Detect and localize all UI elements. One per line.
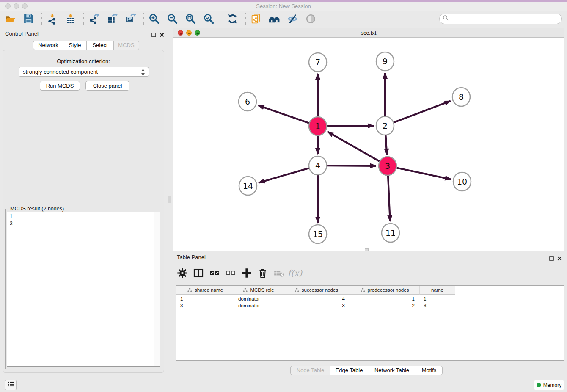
- zoom-selected-button[interactable]: [203, 13, 215, 25]
- table-panel-float-icon[interactable]: [549, 255, 554, 262]
- criterion-select[interactable]: strongly connected component: [19, 67, 149, 77]
- duplicate-network-button[interactable]: [250, 13, 262, 25]
- search-input[interactable]: [449, 16, 555, 22]
- table-cell[interactable]: 1: [350, 295, 420, 302]
- save-session-button[interactable]: [22, 13, 35, 25]
- deselect-all-button[interactable]: [224, 267, 237, 279]
- zoom-selected-icon: [203, 13, 215, 25]
- graph-node-3[interactable]: 3: [379, 157, 396, 175]
- edge-4-14[interactable]: [259, 168, 309, 182]
- node-label: 15: [313, 229, 323, 239]
- column-header-predecessor-nodes[interactable]: predecessor nodes: [350, 286, 420, 295]
- tab-select[interactable]: Select: [87, 41, 114, 50]
- edge-1-2[interactable]: [327, 126, 374, 126]
- network-canvas[interactable]: 1234678910111415: [173, 38, 564, 251]
- task-history-button[interactable]: [5, 380, 17, 390]
- table-cell[interactable]: 1: [420, 295, 455, 302]
- close-panel-button[interactable]: Close panel: [85, 81, 129, 91]
- column-header-name[interactable]: name: [420, 286, 455, 295]
- export-table-button[interactable]: [106, 13, 118, 25]
- home-button[interactable]: [268, 13, 281, 25]
- tab-node-table[interactable]: Node Table: [290, 366, 330, 375]
- import-table-button[interactable]: [64, 13, 77, 25]
- table-cell[interactable]: 2: [350, 302, 420, 309]
- function-builder-button: f(x): [289, 267, 301, 279]
- close-window-icon[interactable]: [5, 3, 11, 9]
- add-column-icon: [241, 268, 252, 279]
- tab-network[interactable]: Network: [33, 41, 63, 50]
- tab-style[interactable]: Style: [63, 41, 87, 50]
- graph-node-10[interactable]: 10: [453, 172, 471, 191]
- edge-3-10[interactable]: [397, 168, 451, 179]
- graph-node-15[interactable]: 15: [309, 225, 327, 243]
- zoom-fit-button[interactable]: [184, 13, 197, 25]
- mcds-result-text[interactable]: 1 3: [7, 212, 160, 367]
- column-header-shared-name[interactable]: shared name: [176, 286, 234, 295]
- graph-node-1[interactable]: 1: [309, 117, 327, 135]
- node-table: shared nameMCDS rolesuccessor nodesprede…: [176, 285, 564, 361]
- run-mcds-button[interactable]: Run MCDS: [40, 81, 80, 91]
- zoom-in-button[interactable]: [148, 13, 160, 25]
- network-zoom-icon[interactable]: [195, 30, 200, 36]
- network-minimize-icon[interactable]: [186, 30, 192, 36]
- table-cell[interactable]: 3: [176, 302, 234, 309]
- minimize-window-icon[interactable]: [14, 3, 19, 9]
- tab-motifs[interactable]: Motifs: [416, 366, 443, 375]
- search-box[interactable]: [439, 14, 562, 24]
- panel-divider-grip[interactable]: [168, 196, 171, 203]
- table-settings-button[interactable]: [176, 267, 189, 279]
- show-eye-button[interactable]: [305, 13, 317, 25]
- graph-node-4[interactable]: 4: [309, 156, 327, 175]
- table-panel-close-icon[interactable]: [557, 255, 562, 262]
- open-session-button[interactable]: [4, 13, 17, 25]
- split-view-button[interactable]: [192, 267, 205, 279]
- tab-network-table[interactable]: Network Table: [368, 366, 416, 375]
- table-cell[interactable]: 1: [176, 295, 234, 302]
- import-network-button[interactable]: [46, 13, 58, 25]
- maximize-window-icon[interactable]: [22, 3, 28, 9]
- column-tree-icon: [243, 288, 248, 293]
- edge-1-6[interactable]: [258, 105, 309, 123]
- result-scrollbar[interactable]: [154, 212, 160, 366]
- table-cell[interactable]: 3: [283, 302, 350, 309]
- edge-3-11[interactable]: [388, 175, 390, 221]
- edge-2-3[interactable]: [385, 135, 387, 155]
- export-network-button[interactable]: [88, 13, 100, 25]
- edge-4-3[interactable]: [327, 166, 376, 166]
- zoom-out-button[interactable]: [166, 13, 179, 25]
- graph-node-9[interactable]: 9: [376, 52, 394, 71]
- add-column-button[interactable]: [240, 267, 253, 279]
- table-cell[interactable]: 3: [420, 302, 455, 309]
- graph-node-14[interactable]: 14: [239, 177, 257, 195]
- edge-2-8[interactable]: [394, 101, 451, 123]
- table-cell[interactable]: 4: [283, 295, 350, 302]
- tab-mcds[interactable]: MCDS: [114, 41, 139, 50]
- column-header-MCDS-role[interactable]: MCDS role: [234, 286, 283, 295]
- select-all-button[interactable]: [208, 267, 221, 279]
- network-window-titlebar[interactable]: scc.txt: [173, 28, 564, 38]
- export-image-button[interactable]: [124, 13, 137, 25]
- edge-3-1[interactable]: [328, 132, 379, 161]
- refresh-button[interactable]: [226, 13, 239, 25]
- network-resize-grip[interactable]: [365, 248, 369, 251]
- graph-node-6[interactable]: 6: [239, 92, 256, 111]
- control-panel-close-icon[interactable]: [160, 31, 164, 39]
- tab-edge-table[interactable]: Edge Table: [330, 366, 368, 375]
- table-cell[interactable]: dominator: [234, 295, 283, 302]
- control-panel-float-icon[interactable]: [151, 31, 156, 39]
- graph-node-8[interactable]: 8: [452, 88, 470, 106]
- delete-table-icon: [273, 268, 284, 279]
- hide-eye-button[interactable]: [286, 13, 299, 25]
- search-icon: [443, 15, 449, 23]
- network-close-icon[interactable]: [178, 30, 183, 36]
- table-cell[interactable]: dominator: [234, 302, 283, 309]
- graph-node-11[interactable]: 11: [382, 224, 399, 242]
- memory-button[interactable]: Memory: [534, 380, 564, 390]
- delete-column-button[interactable]: [256, 267, 269, 279]
- column-tree-icon: [361, 288, 365, 293]
- graph-node-7[interactable]: 7: [309, 53, 327, 72]
- control-panel-title: Control Panel: [5, 30, 39, 37]
- graph-node-2[interactable]: 2: [376, 116, 394, 135]
- column-header-successor-nodes[interactable]: successor nodes: [283, 286, 350, 295]
- node-label: 1: [315, 121, 320, 131]
